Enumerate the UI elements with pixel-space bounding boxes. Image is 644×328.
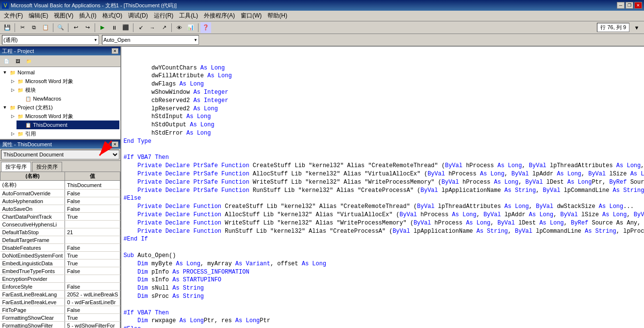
expand-project: ▼ bbox=[1, 105, 9, 110]
properties-panel-title: 属性 - ThisDocument bbox=[2, 141, 52, 148]
props-table-row[interactable]: AutoFormatOverrideFalse bbox=[0, 190, 120, 197]
props-table-row[interactable]: AutoHyphenationFalse bbox=[0, 197, 120, 205]
props-cell-name: DefaultTabStop bbox=[0, 228, 65, 236]
step-into-button[interactable]: ↙ bbox=[135, 22, 146, 33]
separator-1 bbox=[15, 23, 15, 32]
left-panel: 工程 - Project ✕ 📄 🖼 📁 ▼ 📁 Normal ▷ 📁 Mic bbox=[0, 47, 121, 328]
menu-help[interactable]: 帮助(H) bbox=[264, 11, 290, 21]
props-cell-name: EnforceStyle bbox=[0, 283, 65, 291]
props-table-row[interactable]: FarEastLineBreakLang2052 - wdLineBreakS bbox=[0, 291, 120, 298]
folder-icon-references: 📁 bbox=[17, 130, 24, 137]
props-table-row[interactable]: FitToPageFalse bbox=[0, 306, 120, 314]
close-button[interactable]: ✕ bbox=[634, 2, 642, 9]
code-editor[interactable]: dwYCountChars As Long dwFillAttribute As… bbox=[121, 47, 644, 328]
expand-word-obj-1: ▷ bbox=[9, 79, 17, 84]
copy-button[interactable]: ⧉ bbox=[29, 22, 39, 33]
procedure-combo[interactable]: Auto_Open ▼ bbox=[102, 35, 199, 45]
props-cell-name: EmbedLinguisticData bbox=[0, 259, 65, 267]
view-object-button[interactable]: 🖼 bbox=[12, 56, 23, 67]
locals-button[interactable]: 📊 bbox=[185, 22, 196, 33]
props-table-row[interactable]: ConsecutiveHyphensLi bbox=[0, 221, 120, 228]
tab-alphabetical[interactable]: 按字母序 bbox=[1, 162, 31, 172]
step-over-button[interactable]: → bbox=[147, 22, 158, 33]
redo-button[interactable]: ↪ bbox=[82, 22, 93, 33]
dropdown-button[interactable]: ▼ bbox=[631, 22, 642, 33]
scope-combo[interactable]: (通用) ▼ bbox=[2, 35, 99, 45]
watch-button[interactable]: 👁 bbox=[174, 22, 184, 33]
menu-file[interactable]: 文件(F) bbox=[1, 11, 26, 21]
help-button[interactable]: ❓ bbox=[200, 22, 211, 33]
tree-item-normal[interactable]: ▼ 📁 Normal bbox=[1, 68, 119, 77]
props-table-row[interactable]: DisableFeaturesFalse bbox=[0, 244, 120, 252]
properties-combo-container: ThisDocument Document bbox=[0, 149, 120, 161]
props-table-row[interactable]: FormattingShowClearTrue bbox=[0, 314, 120, 322]
view-code-button[interactable]: 📄 bbox=[1, 56, 12, 67]
tab-categorized[interactable]: 按分类序 bbox=[32, 162, 62, 172]
props-cell-value: False bbox=[65, 197, 120, 205]
minimize-button[interactable]: ─ bbox=[617, 2, 625, 9]
project-panel-titlebar: 工程 - Project ✕ bbox=[0, 47, 120, 55]
props-table-row[interactable]: EnforceStyleFalse bbox=[0, 283, 120, 291]
menu-view[interactable]: 视图(V) bbox=[51, 11, 76, 21]
tree-item-references[interactable]: ▷ 📁 引用 bbox=[9, 129, 119, 138]
code-line: Private Declare PtrSafe Function WriteSt… bbox=[123, 178, 644, 187]
tree-item-word-objects-1[interactable]: ▷ 📁 Microsoft Word 对象 bbox=[9, 77, 119, 86]
folder-icon-normal: 📁 bbox=[9, 69, 17, 76]
props-table-row[interactable]: EmbedLinguisticDataTrue bbox=[0, 259, 120, 267]
props-table-row[interactable]: FormattingShowFilter5 - wdShowFilterFor bbox=[0, 322, 120, 328]
expand-normal: ▼ bbox=[1, 70, 9, 75]
properties-object-select[interactable]: ThisDocument Document bbox=[1, 150, 119, 159]
props-table-row[interactable]: DoNotEmbedSystemFontTrue bbox=[0, 252, 120, 259]
properties-panel-close[interactable]: ✕ bbox=[112, 141, 118, 147]
code-line: Dim myByte As Long, myArray As Variant, … bbox=[123, 260, 644, 268]
props-table-row[interactable]: FarEastLineBreakLeve0 - wdFarEastLineBr bbox=[0, 298, 120, 306]
scope-combo-arrow: ▼ bbox=[94, 38, 98, 42]
menu-debug[interactable]: 调试(D) bbox=[125, 11, 151, 21]
code-line bbox=[123, 301, 644, 309]
props-cell-name: EncryptionProvider bbox=[0, 275, 65, 283]
tree-item-word-objects-2[interactable]: ▷ 📁 Microsoft Word 对象 bbox=[9, 112, 119, 121]
restore-button[interactable]: ❐ bbox=[626, 2, 633, 9]
project-panel-close[interactable]: ✕ bbox=[112, 48, 118, 54]
paste-button[interactable]: 📋 bbox=[40, 22, 51, 33]
tree-item-thisdocument[interactable]: 📋 ThisDocument bbox=[17, 121, 119, 129]
cut-button[interactable]: ✂ bbox=[17, 22, 28, 33]
tree-item-project[interactable]: ▼ 📁 Project (文档1) bbox=[1, 103, 119, 112]
props-table-row[interactable]: AutoSaveOnFalse bbox=[0, 205, 120, 213]
tree-item-modules[interactable]: ▷ 📁 模块 bbox=[9, 86, 119, 94]
props-cell-value: False bbox=[65, 205, 120, 213]
props-table-row[interactable]: DefaultTabStop21 bbox=[0, 228, 120, 236]
menu-insert[interactable]: 插入(I) bbox=[76, 11, 99, 21]
module-icon-newmacros: 📋 bbox=[24, 95, 32, 102]
menu-run[interactable]: 运行(R) bbox=[151, 11, 177, 21]
menu-tools[interactable]: 工具(L) bbox=[176, 11, 201, 21]
folder-icon-word-obj-1: 📁 bbox=[17, 78, 24, 85]
toggle-folders-button[interactable]: 📁 bbox=[23, 56, 34, 67]
code-line: Dim pInfo As PROCESS_INFORMATION bbox=[123, 268, 644, 276]
step-out-button[interactable]: ↗ bbox=[159, 22, 169, 33]
code-line: #If VBA7 Then bbox=[123, 154, 644, 162]
save-button[interactable]: 💾 bbox=[2, 22, 13, 33]
menu-addins[interactable]: 外接程序(A) bbox=[201, 11, 238, 21]
props-cell-name: FarEastLineBreakLeve bbox=[0, 298, 65, 306]
tree-item-newmacros[interactable]: 📋 NewMacros bbox=[17, 94, 119, 103]
props-table-row[interactable]: ChartDataPointTrackTrue bbox=[0, 213, 120, 221]
pause-button[interactable]: ⏸ bbox=[109, 22, 119, 33]
menu-window[interactable]: 窗口(W) bbox=[238, 11, 264, 21]
code-line: lpReserved2 As Long bbox=[123, 105, 644, 113]
menu-edit[interactable]: 编辑(E) bbox=[26, 11, 51, 21]
run-button[interactable]: ▶ bbox=[97, 22, 108, 33]
props-table-row[interactable]: EncryptionProvider bbox=[0, 275, 120, 283]
separator-6 bbox=[171, 23, 172, 32]
menu-format[interactable]: 格式(O) bbox=[99, 11, 125, 21]
props-table-row[interactable]: EmbedTrueTypeFontsFalse bbox=[0, 267, 120, 275]
props-cell-name: AutoHyphenation bbox=[0, 197, 65, 205]
props-table-row[interactable]: DefaultTargetFrame bbox=[0, 236, 120, 244]
stop-button[interactable]: ⬛ bbox=[120, 22, 131, 33]
tree-label-word-obj-2: Microsoft Word 对象 bbox=[25, 113, 73, 120]
props-cell-value: True bbox=[65, 259, 120, 267]
find-button[interactable]: 🔍 bbox=[55, 22, 66, 33]
code-line: Private Declare Function AllocStuff Lib … bbox=[123, 211, 644, 219]
props-table-row[interactable]: (名称)ThisDocument bbox=[0, 181, 120, 190]
undo-button[interactable]: ↩ bbox=[70, 22, 81, 33]
